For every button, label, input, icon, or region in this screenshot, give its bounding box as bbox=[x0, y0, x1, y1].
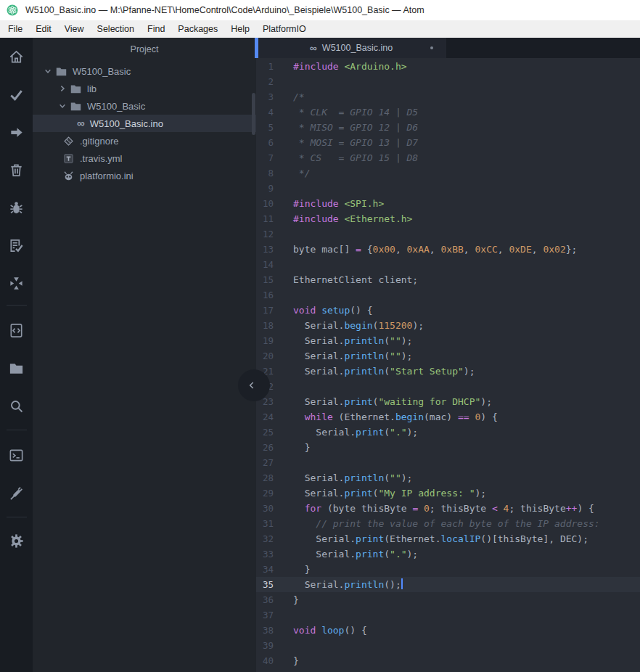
tree-item--travis-yml[interactable]: .travis.yml bbox=[33, 149, 256, 167]
code-line-37[interactable]: 37 bbox=[256, 607, 640, 623]
code-line-33[interactable]: 33 Serial.print("."); bbox=[256, 546, 640, 562]
code-line-23[interactable]: 23 Serial.print("waiting for DHCP"); bbox=[256, 394, 640, 409]
line-number: 12 bbox=[256, 226, 291, 242]
terminal-icon[interactable] bbox=[0, 436, 33, 474]
code-line-30[interactable]: 30 for (byte thisByte = 0; thisByte < 4;… bbox=[256, 501, 640, 516]
tree-item--gitignore[interactable]: .gitignore bbox=[33, 132, 256, 149]
main-area: Project W5100_BasiclibW5100_Basic∞W5100_… bbox=[0, 38, 640, 672]
code-line-36[interactable]: 36} bbox=[256, 592, 640, 607]
arrow-right-icon[interactable] bbox=[0, 113, 33, 151]
code-line-text: Serial.print("My IP address: "); bbox=[293, 485, 486, 501]
tree-item-w5100-basic[interactable]: W5100_Basic bbox=[33, 62, 256, 80]
code-line-29[interactable]: 29 Serial.print("My IP address: "); bbox=[256, 485, 640, 501]
tree-item-w5100-basic[interactable]: W5100_Basic bbox=[33, 97, 256, 115]
code-line-6[interactable]: 6 * MOSI = GPIO 13 | D7 bbox=[256, 135, 640, 150]
code-line-10[interactable]: 10#include <SPI.h> bbox=[256, 196, 640, 211]
trash-icon[interactable] bbox=[0, 151, 33, 189]
tab-label: W5100_Basic.ino bbox=[322, 43, 393, 53]
plug-icon[interactable] bbox=[0, 474, 33, 512]
line-number: 20 bbox=[256, 348, 291, 364]
code-line-26[interactable]: 26 } bbox=[256, 440, 640, 455]
code-line-21[interactable]: 21 Serial.println("Start Setup"); bbox=[256, 364, 640, 379]
code-line-2[interactable]: 2 bbox=[256, 74, 640, 89]
line-number: 16 bbox=[256, 287, 291, 303]
code-line-3[interactable]: 3/* bbox=[256, 89, 640, 105]
line-number: 34 bbox=[256, 562, 291, 577]
menu-item-help[interactable]: Help bbox=[224, 20, 256, 38]
code-line-28[interactable]: 28 Serial.println(""); bbox=[256, 470, 640, 485]
code-line-1[interactable]: 1#include <Arduino.h> bbox=[256, 59, 640, 74]
tree-item-label: .travis.yml bbox=[80, 153, 123, 164]
folder-icon[interactable] bbox=[0, 349, 33, 387]
tree-item-platformio-ini[interactable]: platformio.ini bbox=[33, 167, 256, 184]
code-line-text: Serial.println(""); bbox=[293, 333, 412, 348]
gear-icon[interactable] bbox=[0, 522, 33, 560]
menu-item-selection[interactable]: Selection bbox=[91, 20, 141, 38]
bug-icon[interactable] bbox=[0, 189, 33, 226]
code-line-20[interactable]: 20 Serial.println(""); bbox=[256, 348, 640, 364]
code-line-12[interactable]: 12 bbox=[256, 226, 640, 242]
code-line-18[interactable]: 18 Serial.begin(115200); bbox=[256, 318, 640, 333]
menu-item-packages[interactable]: Packages bbox=[171, 20, 224, 38]
tab-modified-indicator[interactable] bbox=[430, 46, 433, 49]
menu-item-find[interactable]: Find bbox=[141, 20, 171, 38]
code-line-22[interactable]: 22 bbox=[256, 379, 640, 394]
code-line-11[interactable]: 11#include <Ethernet.h> bbox=[256, 211, 640, 226]
tree-item-label: platformio.ini bbox=[80, 171, 134, 181]
tree-collapse-handle[interactable] bbox=[238, 369, 270, 401]
menu-item-platformio[interactable]: PlatformIO bbox=[256, 20, 313, 38]
menu-item-edit[interactable]: Edit bbox=[29, 20, 58, 38]
code-line-text: Serial.print("."); bbox=[293, 546, 418, 562]
tree-item-lib[interactable]: lib bbox=[33, 80, 256, 97]
code-line-38[interactable]: 38void loop() { bbox=[256, 623, 640, 638]
code-line-31[interactable]: 31 // print the value of each byte of th… bbox=[256, 516, 640, 531]
menu-item-view[interactable]: View bbox=[58, 20, 91, 38]
code-file-icon[interactable] bbox=[0, 311, 33, 349]
search-icon[interactable] bbox=[0, 387, 33, 425]
code-line-4[interactable]: 4 * CLK = GPIO 14 | D5 bbox=[256, 105, 640, 120]
code-line-16[interactable]: 16 bbox=[256, 287, 640, 303]
code-line-27[interactable]: 27 bbox=[256, 455, 640, 470]
code-line-34[interactable]: 34 } bbox=[256, 562, 640, 577]
check-icon[interactable] bbox=[0, 75, 33, 113]
code-line-40[interactable]: 40} bbox=[256, 653, 640, 668]
tree-scrollbar-thumb[interactable] bbox=[252, 93, 255, 135]
code-line-5[interactable]: 5 * MISO = GPIO 12 | D6 bbox=[256, 120, 640, 135]
home-icon[interactable] bbox=[0, 38, 33, 75]
line-number: 11 bbox=[256, 211, 291, 226]
tree-item-w5100-basic-ino[interactable]: ∞W5100_Basic.ino bbox=[33, 115, 256, 132]
code-line-9[interactable]: 9 bbox=[256, 181, 640, 196]
code-editor[interactable]: 1#include <Arduino.h>23/*4 * CLK = GPIO … bbox=[256, 58, 640, 668]
tab-w5100-basic-ino[interactable]: ∞W5100_Basic.ino bbox=[256, 38, 446, 58]
code-line-24[interactable]: 24 while (Ethernet.begin(mac) == 0) { bbox=[256, 409, 640, 425]
code-line-8[interactable]: 8 */ bbox=[256, 165, 640, 181]
code-line-7[interactable]: 7 * CS = GPIO 15 | D8 bbox=[256, 150, 640, 165]
code-line-text: byte mac[] = {0x00, 0xAA, 0xBB, 0xCC, 0x… bbox=[293, 242, 577, 257]
code-line-text: } bbox=[293, 440, 310, 455]
code-line-text: } bbox=[293, 653, 299, 668]
menu-item-file[interactable]: File bbox=[1, 20, 29, 38]
code-line-13[interactable]: 13byte mac[] = {0x00, 0xAA, 0xBB, 0xCC, … bbox=[256, 242, 640, 257]
code-line-17[interactable]: 17void setup() { bbox=[256, 303, 640, 318]
code-line-19[interactable]: 19 Serial.println(""); bbox=[256, 333, 640, 348]
code-line-25[interactable]: 25 Serial.print("."); bbox=[256, 425, 640, 440]
code-line-14[interactable]: 14 bbox=[256, 257, 640, 272]
code-line-15[interactable]: 15EthernetClient client; bbox=[256, 272, 640, 287]
code-line-39[interactable]: 39 bbox=[256, 638, 640, 653]
line-number: 30 bbox=[256, 501, 291, 516]
code-line-35[interactable]: 35 Serial.println(); bbox=[256, 577, 640, 592]
code-line-text: } bbox=[293, 562, 310, 577]
code-line-text: Serial.print("."); bbox=[293, 425, 418, 440]
line-number: 24 bbox=[256, 409, 291, 425]
line-number: 25 bbox=[256, 425, 291, 440]
line-number: 27 bbox=[256, 455, 291, 470]
pane-resize-accent[interactable] bbox=[255, 38, 258, 58]
tree-item-label: .gitignore bbox=[80, 136, 118, 147]
tasks-icon[interactable] bbox=[0, 226, 33, 264]
code-line-32[interactable]: 32 Serial.print(Ethernet.localIP()[thisB… bbox=[256, 531, 640, 546]
line-number: 6 bbox=[256, 135, 291, 150]
line-number: 4 bbox=[256, 105, 291, 120]
code-line-text: #include <SPI.h> bbox=[293, 196, 384, 211]
collapse-icon[interactable] bbox=[0, 264, 33, 302]
code-line-text: Serial.println(); bbox=[293, 577, 403, 592]
